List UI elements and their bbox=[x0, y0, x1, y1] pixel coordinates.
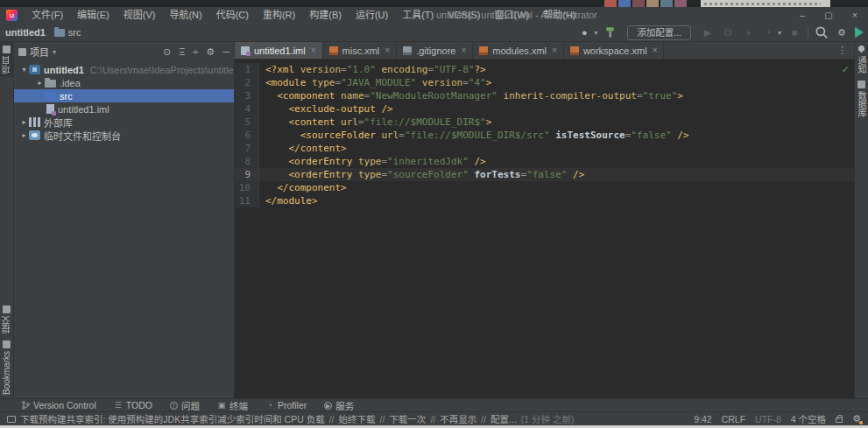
expander-icon[interactable]: ▸ bbox=[19, 131, 29, 139]
code-line-6[interactable]: 6 <sourceFolder url="file://$MODULE_DIR$… bbox=[235, 129, 854, 142]
encoding-selector[interactable]: UTF-8 bbox=[755, 414, 781, 424]
plugin-gradient-icon[interactable] bbox=[855, 27, 863, 38]
status-action-download-once[interactable]: 下载一次 bbox=[389, 412, 426, 425]
panel-settings-icon[interactable]: ⚙ bbox=[206, 46, 215, 58]
expand-selection-icon[interactable]: ÷ bbox=[193, 46, 198, 57]
line-number[interactable]: 6 bbox=[235, 129, 259, 142]
menu-item[interactable]: 视图(V) bbox=[116, 7, 163, 24]
code-line-8[interactable]: 8 <orderEntry type="inheritedJdk" /> bbox=[235, 155, 854, 168]
minimize-button[interactable]: – bbox=[789, 7, 815, 24]
close-tab-icon[interactable]: × bbox=[653, 46, 658, 55]
code-line-9[interactable]: 9 <orderEntry type="sourceFolder" forTes… bbox=[235, 168, 854, 181]
menu-item[interactable]: 导航(N) bbox=[162, 7, 208, 24]
tree-row-untitled1.iml[interactable]: untitled1.iml bbox=[14, 102, 234, 116]
line-ending-selector[interactable]: CRLF bbox=[722, 414, 745, 424]
tool-button-problems[interactable]: ! 问题 bbox=[170, 399, 200, 412]
maximize-button[interactable]: ▢ bbox=[815, 7, 842, 24]
add-configuration-button[interactable]: 添加配置... bbox=[627, 25, 691, 40]
code-line-1[interactable]: 1<?xml version="1.0" encoding="UTF-8"?> bbox=[235, 63, 854, 76]
chevron-down-icon[interactable]: ▾ bbox=[53, 48, 56, 56]
status-action-dont-show[interactable]: 不再显示 bbox=[440, 412, 476, 425]
debug-button[interactable]: ʘ bbox=[721, 25, 735, 39]
close-tab-icon[interactable]: × bbox=[552, 46, 557, 55]
read-lock-icon[interactable] bbox=[836, 417, 843, 423]
chevron-down-icon[interactable]: ▾ bbox=[778, 29, 781, 37]
close-tab-icon[interactable]: × bbox=[311, 46, 316, 55]
run-button[interactable]: ▶ bbox=[701, 25, 715, 39]
coverage-button[interactable]: ◑ bbox=[741, 25, 755, 39]
code-line-2[interactable]: 2<module type="JAVA_MODULE" version="4"> bbox=[235, 76, 854, 89]
menu-item[interactable]: 构建(B) bbox=[302, 7, 349, 24]
collapse-all-icon[interactable]: Ξ bbox=[179, 46, 185, 57]
search-everywhere-icon[interactable] bbox=[815, 25, 829, 39]
menu-item[interactable]: 文件(F) bbox=[25, 7, 70, 24]
menu-item[interactable]: 代码(C) bbox=[209, 7, 256, 24]
status-action-configure[interactable]: 配置... bbox=[490, 412, 517, 425]
tool-button-todo[interactable]: ☰ TODO bbox=[114, 400, 152, 410]
breadcrumb-src[interactable]: src bbox=[68, 27, 81, 38]
close-tab-icon[interactable]: × bbox=[385, 46, 390, 55]
line-number[interactable]: 9 bbox=[235, 168, 259, 181]
expander-icon[interactable]: ▸ bbox=[35, 79, 45, 87]
code-line-7[interactable]: 7 </content> bbox=[235, 142, 854, 155]
tool-button-commit[interactable]: 提交 bbox=[0, 302, 13, 337]
line-number[interactable]: 3 bbox=[235, 89, 259, 102]
editor-tab-.gitignore[interactable]: .gitignore× bbox=[397, 42, 473, 59]
inspections-ok-icon[interactable]: ✓ bbox=[842, 64, 850, 75]
close-button[interactable]: × bbox=[842, 7, 868, 24]
line-number[interactable]: 11 bbox=[235, 194, 259, 207]
build-hammer-icon[interactable] bbox=[603, 25, 617, 39]
tool-button-project[interactable]: 项目 bbox=[0, 42, 14, 77]
tab-options-icon[interactable]: ⋮ bbox=[830, 42, 854, 59]
tool-button-bookmarks[interactable]: Bookmarks bbox=[0, 337, 13, 398]
project-view-selector[interactable]: 项目 bbox=[30, 45, 49, 59]
line-number[interactable]: 1 bbox=[235, 63, 259, 76]
line-number[interactable]: 10 bbox=[235, 181, 259, 194]
tool-button-profiler[interactable]: ◔ Profiler bbox=[265, 400, 307, 410]
line-number[interactable]: 2 bbox=[235, 76, 259, 89]
tool-button-database[interactable]: 数据库 bbox=[855, 77, 868, 121]
indent-selector[interactable]: 4 个空格 bbox=[791, 412, 826, 425]
breadcrumb-project[interactable]: untitled1 bbox=[5, 27, 46, 38]
editor-tab-misc.xml[interactable]: misc.xml× bbox=[323, 42, 398, 59]
tree-row-untitled1[interactable]: ▾untitled1C:\Users\mae\IdeaProjects\unti… bbox=[14, 63, 234, 76]
code-line-11[interactable]: 11</module> bbox=[235, 194, 854, 207]
menu-item[interactable]: 编辑(E) bbox=[70, 7, 116, 24]
code-line-5[interactable]: 5 <content url="file://$MODULE_DIR$"> bbox=[235, 116, 854, 129]
status-action-always-download[interactable]: 始终下载 bbox=[339, 412, 376, 425]
status-gear-icon[interactable]: ⚙ bbox=[852, 413, 861, 424]
menu-item[interactable]: 工具(T) bbox=[395, 7, 441, 24]
line-number[interactable]: 5 bbox=[235, 116, 259, 129]
caret-position[interactable]: 9:42 bbox=[694, 414, 711, 424]
tree-row-src[interactable]: src bbox=[14, 89, 234, 102]
editor-tab-modules.xml[interactable]: modules.xml× bbox=[473, 42, 564, 59]
expander-icon[interactable]: ▸ bbox=[19, 118, 29, 126]
line-number[interactable]: 8 bbox=[235, 155, 259, 168]
tree-row-外部库[interactable]: ▸外部库 bbox=[14, 116, 234, 129]
code-editor[interactable]: 1<?xml version="1.0" encoding="UTF-8"?>2… bbox=[235, 60, 854, 398]
menu-item[interactable]: 重构(R) bbox=[256, 7, 302, 24]
user-account-icon[interactable]: ● bbox=[577, 25, 591, 39]
tool-button-version-control[interactable]: Version Control bbox=[21, 400, 96, 410]
tree-row-.idea[interactable]: ▸.idea bbox=[14, 76, 234, 89]
locate-file-icon[interactable]: ⊙ bbox=[163, 46, 171, 58]
code-line-3[interactable]: 3 <component name="NewModuleRootManager"… bbox=[235, 89, 854, 102]
expander-icon[interactable]: ▾ bbox=[19, 66, 29, 74]
stop-button[interactable]: ■ bbox=[787, 25, 801, 39]
editor-tab-workspace.xml[interactable]: workspace.xml× bbox=[564, 42, 665, 59]
hide-panel-icon[interactable]: ─ bbox=[222, 46, 229, 57]
line-number[interactable]: 4 bbox=[235, 102, 259, 116]
code-line-10[interactable]: 10 </component> bbox=[235, 181, 854, 194]
editor-tab-untitled1.iml[interactable]: untitled1.iml× bbox=[235, 42, 323, 59]
profiler-button[interactable]: ◔ bbox=[761, 25, 775, 39]
close-tab-icon[interactable]: × bbox=[461, 46, 466, 55]
tool-button-notifications[interactable]: 通知 bbox=[855, 42, 868, 77]
tool-button-services[interactable]: ▶ 服务 bbox=[324, 399, 354, 412]
settings-gear-icon[interactable]: ⚙ bbox=[835, 25, 849, 39]
proj-icon bbox=[29, 65, 40, 74]
line-number[interactable]: 7 bbox=[235, 142, 259, 155]
menu-item[interactable]: 运行(U) bbox=[349, 7, 395, 24]
code-line-4[interactable]: 4 <exclude-output /> bbox=[235, 102, 854, 116]
tool-button-terminal[interactable]: ▣ 终端 bbox=[217, 399, 248, 412]
tree-row-临时文件和控制台[interactable]: ▸临时文件和控制台 bbox=[14, 129, 234, 142]
